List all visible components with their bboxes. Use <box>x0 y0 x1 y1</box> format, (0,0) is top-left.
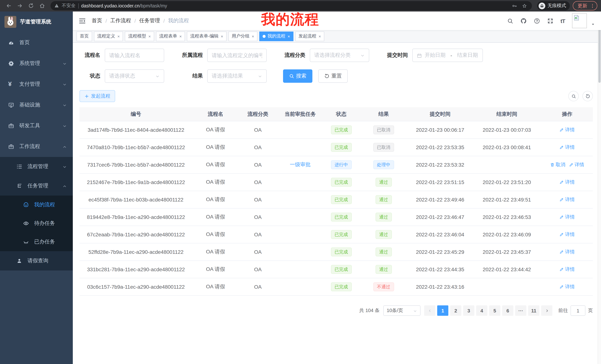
sidebar-item-done-tasks[interactable]: 已办任务 <box>0 233 73 251</box>
detail-button[interactable]: 详情 <box>569 161 584 168</box>
page-button[interactable]: 1 <box>437 305 448 316</box>
result-badge: 通过 <box>376 178 392 187</box>
submit-time-range-picker[interactable]: 开始日期 - 结束日期 <box>412 49 483 62</box>
page-size-select[interactable]: 10条/页 <box>383 305 421 316</box>
browser-reload-button[interactable] <box>26 1 36 10</box>
breadcrumb-item[interactable]: 工作流程 <box>110 18 131 24</box>
create-process-button[interactable]: 发起流程 <box>80 90 115 102</box>
page-button[interactable]: 5 <box>489 305 500 316</box>
tab-process-form-edit[interactable]: 流程表单-编辑× <box>187 31 227 41</box>
close-icon[interactable]: × <box>252 34 254 38</box>
close-icon[interactable]: × <box>288 34 290 38</box>
sidebar-item-devtools[interactable]: 研发工具 <box>0 115 73 136</box>
detail-button[interactable]: 详情 <box>560 196 575 203</box>
address-bar[interactable]: 不安全 dashboard.yudao.iocoder.cn/bpm/task/… <box>50 1 532 10</box>
chevron-down-icon <box>155 73 160 79</box>
close-icon[interactable]: × <box>180 34 182 38</box>
incognito-label: 无痕模式 <box>548 3 566 9</box>
sidebar-item-label: 流程管理 <box>28 163 48 170</box>
browser-menu-icon[interactable] <box>590 3 595 8</box>
tab-process-definition[interactable]: 流程定义× <box>94 31 123 41</box>
detail-button[interactable]: 详情 <box>560 266 575 273</box>
end-date-placeholder[interactable]: 结束日期 <box>457 52 478 59</box>
page-button[interactable]: 6 <box>502 305 513 316</box>
detail-button[interactable]: 详情 <box>560 284 575 290</box>
process-table: 编号 流程名 流程分类 当前审批任务 状态 结果 提交时间 结束时间 操作 3a… <box>80 107 593 296</box>
tab-my-process[interactable]: 我的流程× <box>259 31 293 41</box>
detail-button[interactable]: 详情 <box>560 214 575 220</box>
tab-start-process[interactable]: 发起流程× <box>295 31 324 41</box>
sidebar-item-workflow[interactable]: 工作流程 <box>0 136 73 157</box>
prev-page-button[interactable] <box>424 305 435 316</box>
sidebar-item-payment[interactable]: ¥ 支付管理 <box>0 74 73 95</box>
search-icon[interactable] <box>507 18 513 24</box>
sidebar-item-label: 工作流程 <box>19 143 40 150</box>
page-button[interactable]: 2 <box>450 305 461 316</box>
start-date-placeholder[interactable]: 开始日期 <box>424 52 446 59</box>
sidebar-item-system[interactable]: 系统管理 <box>0 53 73 74</box>
window-scrollbar[interactable] <box>598 11 601 364</box>
sidebar-item-task-mgmt[interactable]: 任务管理 <box>0 176 73 196</box>
avatar[interactable] <box>572 13 587 28</box>
page-button[interactable]: 11 <box>528 305 539 316</box>
browser-back-button[interactable] <box>4 1 13 10</box>
status-select[interactable]: 请选择状态 <box>105 69 164 83</box>
browser-forward-button[interactable] <box>15 1 25 10</box>
next-page-button[interactable] <box>541 305 552 316</box>
navbar-actions: tT <box>507 13 595 28</box>
sidebar-item-process-mgmt[interactable]: 流程管理 <box>0 157 73 176</box>
sidebar-item-todo-tasks[interactable]: 待办任务 <box>0 214 73 233</box>
table-row: 03c6c157-7b9a-11ec-a290-acde48001122 OA … <box>80 278 593 296</box>
page-button[interactable]: 4 <box>476 305 487 316</box>
app-logo[interactable]: 芋道管理系统 <box>0 11 73 32</box>
search-button[interactable]: 搜索 <box>283 69 312 83</box>
tab-process-model[interactable]: 流程模型× <box>125 31 154 41</box>
detail-button[interactable]: 详情 <box>560 144 575 151</box>
browser-update-button[interactable]: 更新 <box>573 1 597 10</box>
avatar-caret-icon[interactable] <box>591 21 595 28</box>
table-row: 2152467e-7b9b-11ec-9a1b-acde48001122 OA … <box>80 174 593 191</box>
sidebar-item-home[interactable]: 首页 <box>0 32 73 53</box>
close-icon[interactable]: × <box>117 34 120 38</box>
text-size-icon[interactable]: tT <box>561 18 565 24</box>
status-badge: 已完成 <box>331 265 352 274</box>
sidebar-collapse-icon[interactable] <box>79 17 86 24</box>
close-icon[interactable]: × <box>221 34 223 38</box>
tab-home[interactable]: 首页 <box>77 31 92 41</box>
breadcrumb-item[interactable]: 首页 <box>92 18 102 24</box>
password-key-icon[interactable] <box>511 1 518 10</box>
process-name-input[interactable] <box>105 49 164 62</box>
process-definition-input[interactable] <box>207 49 267 62</box>
fullscreen-icon[interactable] <box>547 18 553 24</box>
sidebar-item-my-process[interactable]: 我的流程 <box>0 196 73 214</box>
page-button[interactable]: 3 <box>463 305 474 316</box>
detail-button[interactable]: 详情 <box>560 179 575 185</box>
detail-button[interactable]: 详情 <box>560 126 575 133</box>
url-domain: dashboard.yudao.iocoder.cn <box>81 3 140 8</box>
detail-button[interactable]: 详情 <box>560 231 575 238</box>
sidebar-item-infra[interactable]: 基础设施 <box>0 95 73 115</box>
result-select[interactable]: 请选择流结果 <box>207 69 267 83</box>
goto-page-input[interactable] <box>571 305 585 316</box>
sidebar-item-leave-query[interactable]: 请假查询 <box>0 251 73 270</box>
page-ellipsis-button[interactable]: ··· <box>515 305 526 316</box>
refresh-table-button[interactable] <box>582 91 593 101</box>
detail-button[interactable]: 详情 <box>560 249 575 255</box>
process-category-select[interactable]: 请选择流程分类 <box>310 49 369 62</box>
toggle-search-button[interactable] <box>568 91 579 101</box>
sidebar-item-label: 待办任务 <box>34 220 55 227</box>
tab-process-form[interactable]: 流程表单× <box>156 31 185 41</box>
breadcrumb-item[interactable]: 任务管理 <box>139 18 160 24</box>
current-task-link[interactable]: 一级审批 <box>290 161 311 167</box>
close-icon[interactable]: × <box>148 34 151 38</box>
close-icon[interactable]: × <box>319 34 321 38</box>
annotation-text: 我的流程 <box>261 12 319 26</box>
tab-user-group[interactable]: 用户分组× <box>229 31 258 41</box>
reset-button[interactable]: 重置 <box>318 69 348 83</box>
browser-home-button[interactable] <box>37 1 47 10</box>
github-icon[interactable] <box>521 18 527 24</box>
bookmark-star-icon[interactable] <box>521 1 528 10</box>
cancel-button[interactable]: 取消 <box>550 161 565 168</box>
help-icon[interactable] <box>534 18 540 24</box>
cell-id: 52ffd28e-7b9a-11ec-a290-acde48001122 <box>80 249 192 255</box>
